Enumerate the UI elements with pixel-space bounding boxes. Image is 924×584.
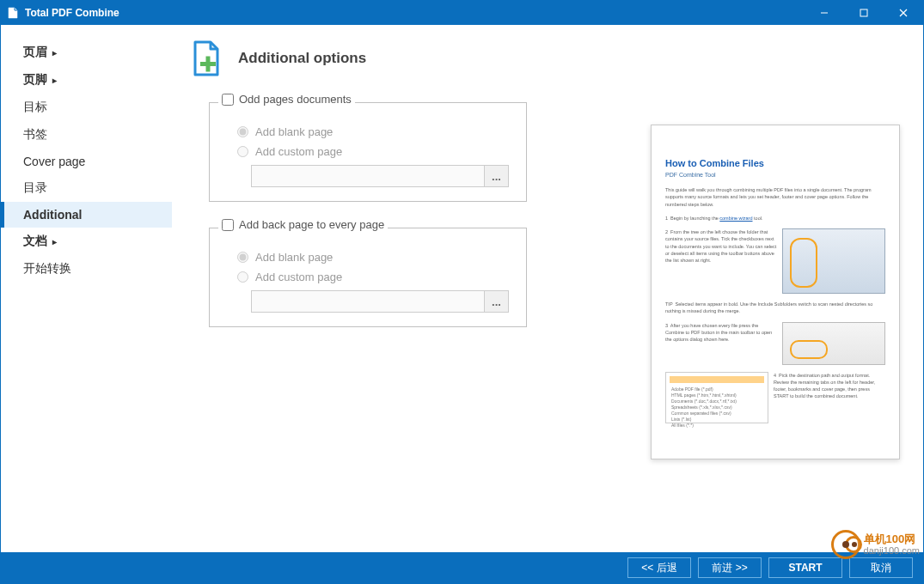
odd-custom-label: Add custom page bbox=[255, 145, 342, 158]
odd-pages-checkbox[interactable] bbox=[222, 94, 234, 106]
preview-pane: How to Combine Files PDF Combine Tool Th… bbox=[651, 125, 900, 459]
sidebar-item-7[interactable]: 文档▸ bbox=[1, 228, 172, 255]
back-button[interactable]: << 后退 bbox=[627, 557, 691, 578]
sidebar-item-5[interactable]: 目录 bbox=[1, 174, 172, 202]
sidebar-item-label: Cover page bbox=[23, 155, 85, 168]
sidebar-item-label: 页脚 bbox=[23, 72, 47, 88]
chevron-right-icon: ▸ bbox=[52, 237, 57, 246]
footer: << 后退 前进 >> START 取消 bbox=[1, 552, 923, 583]
sidebar: 页眉▸页脚▸目标书签Cover page目录Additional文档▸开始转换 bbox=[1, 25, 173, 552]
odd-blank-radio[interactable] bbox=[237, 126, 248, 137]
odd-custom-path-input[interactable] bbox=[251, 165, 485, 187]
titlebar: Total PDF Combine bbox=[1, 1, 923, 25]
odd-pages-legend: Odd pages documents bbox=[239, 93, 352, 106]
chevron-right-icon: ▸ bbox=[52, 48, 57, 58]
back-page-legend: Add back page to every page bbox=[239, 218, 384, 231]
svg-rect-5 bbox=[206, 57, 211, 72]
sidebar-item-label: 文档 bbox=[23, 234, 47, 249]
sidebar-item-0[interactable]: 页眉▸ bbox=[1, 39, 172, 66]
preview-subtitle: PDF Combine Tool bbox=[665, 172, 885, 178]
sidebar-item-8[interactable]: 开始转换 bbox=[1, 255, 172, 283]
sidebar-item-3[interactable]: 书签 bbox=[1, 121, 172, 149]
forward-button[interactable]: 前进 >> bbox=[698, 557, 762, 578]
back-custom-radio[interactable] bbox=[237, 271, 248, 283]
window-title: Total PDF Combine bbox=[25, 7, 119, 19]
cancel-button[interactable]: 取消 bbox=[849, 557, 913, 578]
odd-blank-label: Add blank page bbox=[255, 125, 333, 138]
sidebar-item-2[interactable]: 目标 bbox=[1, 94, 172, 121]
additional-options-icon bbox=[187, 39, 226, 78]
page-title: Additional options bbox=[238, 50, 366, 67]
sidebar-item-label: 页眉 bbox=[23, 45, 47, 60]
app-icon bbox=[6, 6, 20, 20]
sidebar-item-label: 书签 bbox=[23, 127, 47, 143]
odd-custom-radio[interactable] bbox=[237, 146, 248, 157]
sidebar-item-6[interactable]: Additional bbox=[1, 202, 172, 228]
back-custom-path-input[interactable] bbox=[251, 290, 485, 313]
maximize-button[interactable] bbox=[844, 1, 884, 25]
back-blank-radio[interactable] bbox=[237, 252, 248, 263]
back-browse-button[interactable]: ... bbox=[485, 290, 509, 313]
back-custom-label: Add custom page bbox=[255, 271, 342, 283]
odd-browse-button[interactable]: ... bbox=[485, 165, 509, 187]
start-button[interactable]: START bbox=[768, 557, 842, 578]
svg-rect-1 bbox=[860, 9, 867, 16]
sidebar-item-label: 目标 bbox=[23, 100, 47, 115]
minimize-button[interactable] bbox=[805, 1, 844, 25]
page-header: Additional options bbox=[187, 39, 629, 78]
preview-title: How to Combine Files bbox=[665, 158, 885, 168]
chevron-right-icon: ▸ bbox=[52, 76, 57, 85]
odd-pages-group: Odd pages documents Add blank page Add c… bbox=[209, 102, 527, 202]
sidebar-item-label: 目录 bbox=[23, 180, 47, 196]
sidebar-item-4[interactable]: Cover page bbox=[1, 149, 172, 174]
back-page-checkbox[interactable] bbox=[222, 219, 234, 231]
sidebar-item-1[interactable]: 页脚▸ bbox=[1, 66, 172, 94]
close-button[interactable] bbox=[884, 1, 923, 25]
back-page-group: Add back page to every page Add blank pa… bbox=[209, 228, 527, 327]
back-blank-label: Add blank page bbox=[255, 251, 333, 264]
sidebar-item-label: Additional bbox=[23, 208, 82, 222]
sidebar-item-label: 开始转换 bbox=[23, 261, 71, 277]
